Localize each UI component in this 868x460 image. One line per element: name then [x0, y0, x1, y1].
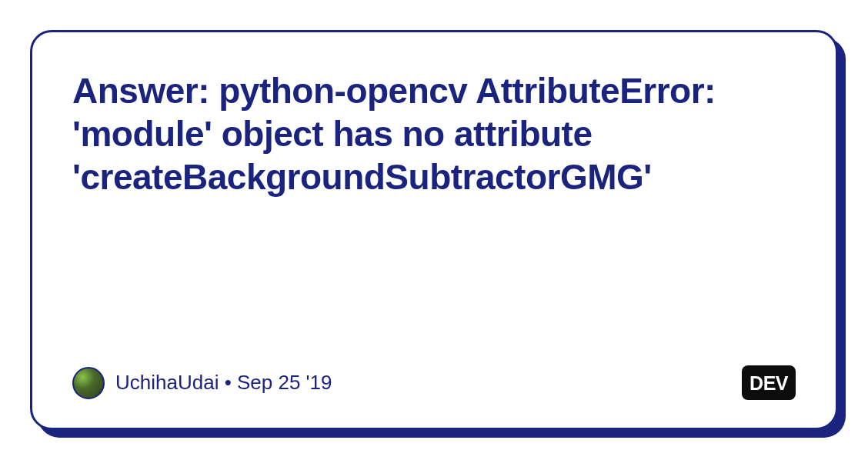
social-card: Answer: python-opencv AttributeError: 'm… — [30, 30, 838, 430]
card-footer: UchihaUdai • Sep 25 '19 DEV — [72, 365, 796, 400]
separator: • — [219, 371, 237, 394]
author-meta: UchihaUdai • Sep 25 '19 — [115, 371, 332, 395]
dev-logo-badge: DEV — [742, 365, 796, 400]
post-title: Answer: python-opencv AttributeError: 'm… — [72, 69, 796, 198]
post-date: Sep 25 '19 — [237, 371, 332, 394]
author-name: UchihaUdai — [115, 371, 219, 394]
author-avatar — [72, 367, 105, 399]
card-content: Answer: python-opencv AttributeError: 'm… — [30, 30, 838, 430]
author-info: UchihaUdai • Sep 25 '19 — [72, 367, 332, 399]
